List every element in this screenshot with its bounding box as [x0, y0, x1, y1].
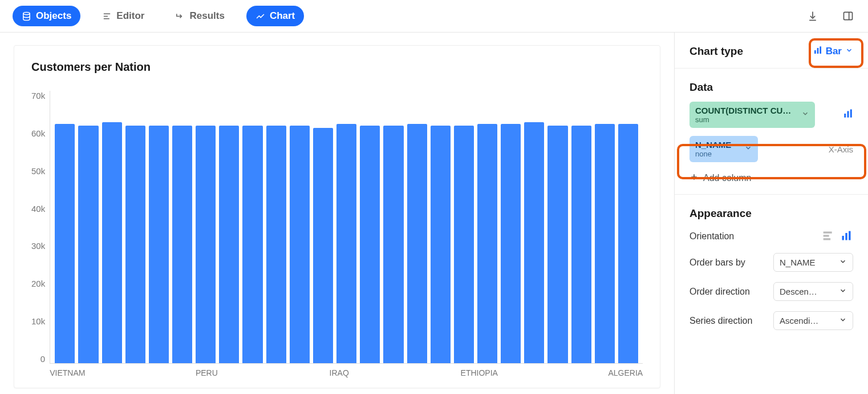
bar[interactable] — [431, 126, 451, 363]
x-tick — [173, 368, 196, 377]
chart-type-heading: Chart type — [689, 45, 743, 58]
bar[interactable] — [454, 126, 474, 363]
x-tick — [284, 368, 306, 377]
orientation-label: Orientation — [689, 231, 734, 242]
orientation-horizontal-button[interactable] — [822, 230, 835, 243]
x-tick: ALGERIA — [608, 368, 643, 377]
order-bars-select[interactable]: N_NAME — [773, 253, 853, 272]
svg-rect-14 — [824, 232, 832, 234]
bar[interactable] — [125, 126, 145, 363]
y-column-name: COUNT(DISTINCT CU… — [695, 106, 798, 115]
bar[interactable] — [547, 126, 567, 363]
bar[interactable] — [78, 126, 98, 363]
bar[interactable] — [55, 124, 75, 363]
chevron-down-icon — [839, 287, 847, 296]
x-axis-hint: X-Axis — [829, 144, 853, 154]
y-axis-icon — [843, 108, 853, 121]
results-tab[interactable]: Results — [166, 6, 233, 26]
chart-card: Customers per Nation 70k60k50k40k30k20k1… — [14, 45, 660, 388]
y-tick: 20k — [31, 279, 45, 288]
x-column-agg: none — [695, 150, 741, 158]
x-tick — [218, 368, 240, 377]
chart-title: Customers per Nation — [31, 61, 643, 74]
bar[interactable] — [571, 126, 591, 363]
bar[interactable] — [196, 126, 216, 363]
bar[interactable] — [618, 124, 638, 363]
editor-tab[interactable]: Editor — [93, 6, 153, 26]
bar[interactable] — [290, 126, 310, 363]
bar[interactable] — [266, 126, 286, 363]
svg-rect-16 — [824, 238, 831, 240]
y-column-pill[interactable]: COUNT(DISTINCT CU… sum — [689, 102, 815, 128]
x-tick — [129, 368, 152, 377]
order-bars-label: Order bars by — [689, 258, 745, 268]
order-direction-value: Descen… — [780, 287, 817, 296]
chart-label: Chart — [270, 10, 295, 22]
series-direction-label: Series direction — [689, 316, 752, 326]
chart-bars — [50, 91, 643, 364]
svg-rect-17 — [842, 236, 844, 240]
chart-type-value: Bar — [826, 46, 842, 57]
bar[interactable] — [242, 126, 262, 363]
x-axis: VIETNAMPERUIRAQETHIOPIAALGERIA — [50, 364, 643, 377]
x-tick — [394, 368, 416, 377]
x-tick: VIETNAM — [50, 368, 85, 377]
bar[interactable] — [360, 126, 380, 363]
chart-type-select[interactable]: Bar — [813, 46, 853, 58]
y-tick: 40k — [31, 204, 45, 214]
y-tick: 30k — [31, 241, 45, 251]
x-tick — [542, 368, 564, 377]
add-column-button[interactable]: Add column — [689, 172, 752, 184]
bar[interactable] — [524, 122, 544, 363]
bar[interactable] — [313, 128, 333, 363]
x-tick — [107, 368, 129, 377]
chevron-down-icon — [845, 46, 853, 57]
svg-rect-6 — [814, 50, 816, 54]
y-tick: 10k — [31, 316, 45, 326]
y-tick: 50k — [31, 166, 45, 176]
order-direction-select[interactable]: Descen… — [773, 282, 853, 301]
y-axis: 70k60k50k40k30k20k10k0 — [31, 91, 50, 377]
chevron-down-icon — [801, 110, 809, 120]
svg-rect-7 — [817, 48, 818, 54]
x-tick — [240, 368, 262, 377]
bar[interactable] — [336, 124, 356, 363]
x-tick — [350, 368, 372, 377]
series-direction-select[interactable]: Ascendi… — [773, 311, 853, 330]
chart-tab[interactable]: Chart — [246, 6, 304, 26]
x-column-pill[interactable]: N_NAME none — [689, 136, 758, 162]
objects-tab[interactable]: Objects — [13, 6, 80, 26]
x-tick — [262, 368, 284, 377]
bar[interactable] — [149, 126, 169, 363]
x-tick — [85, 368, 107, 377]
svg-rect-11 — [850, 110, 852, 118]
data-heading: Data — [689, 81, 853, 94]
bar[interactable] — [501, 124, 521, 363]
panel-toggle-button[interactable] — [841, 9, 855, 23]
x-column-name: N_NAME — [695, 140, 741, 150]
bar[interactable] — [219, 126, 239, 363]
bar[interactable] — [383, 126, 403, 363]
orientation-vertical-button[interactable] — [841, 230, 853, 243]
bar[interactable] — [407, 124, 427, 363]
bar[interactable] — [477, 124, 497, 363]
top-toolbar: Objects Editor Results Chart — [0, 0, 868, 33]
series-direction-value: Ascendi… — [780, 316, 818, 325]
bar[interactable] — [102, 122, 122, 363]
order-direction-label: Order direction — [689, 287, 750, 297]
svg-rect-9 — [844, 114, 846, 118]
return-icon — [175, 11, 185, 21]
x-tick: PERU — [196, 368, 218, 377]
bar[interactable] — [595, 124, 615, 363]
x-tick — [372, 368, 395, 377]
download-button[interactable] — [805, 9, 820, 23]
y-tick: 70k — [31, 91, 45, 100]
x-tick: IRAQ — [328, 368, 350, 377]
bar[interactable] — [172, 126, 192, 363]
x-tick — [586, 368, 609, 377]
bar-chart-icon — [813, 46, 822, 58]
x-tick — [520, 368, 542, 377]
svg-rect-8 — [820, 46, 821, 54]
y-tick: 60k — [31, 128, 45, 138]
editor-label: Editor — [116, 10, 144, 22]
